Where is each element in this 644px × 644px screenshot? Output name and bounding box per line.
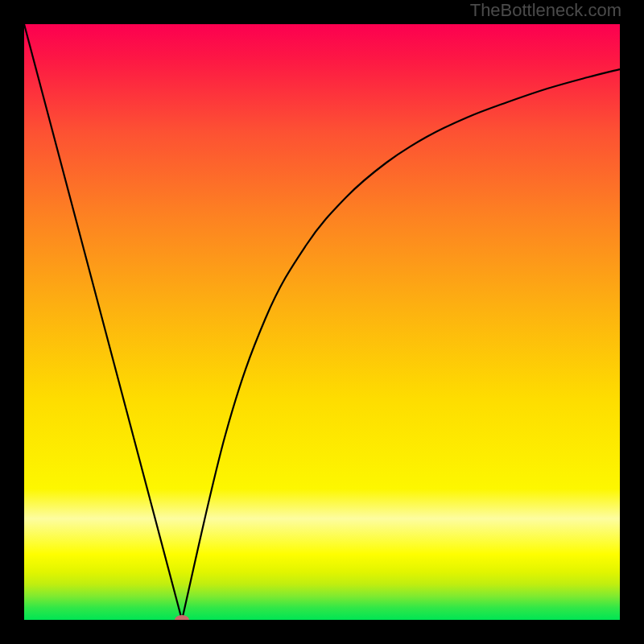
chart-svg <box>24 24 620 620</box>
watermark-attribution: TheBottleneck.com <box>470 0 621 21</box>
plot-area <box>24 24 620 620</box>
plot-background <box>24 24 620 620</box>
